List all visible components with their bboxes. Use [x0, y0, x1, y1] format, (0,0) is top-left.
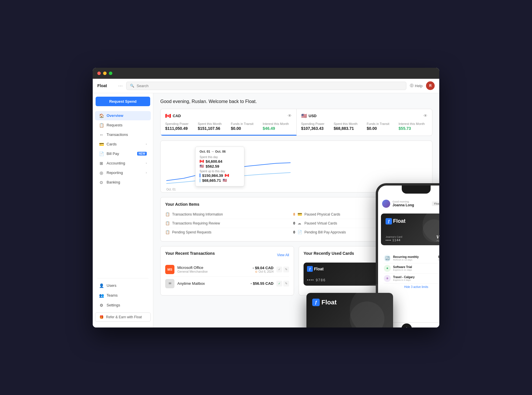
welcome-message: Good evening, Ruslan. Welcome back to Fl… — [160, 99, 432, 104]
tx-edit-icon-2[interactable]: ✎ — [283, 281, 289, 287]
tooltip-cad-day: 🇨🇦 $4,600.64 — [200, 159, 240, 164]
software-icon: ✦ — [384, 265, 391, 272]
phone-nav-add[interactable]: + — [401, 323, 412, 327]
usd-header: 🇺🇸 USD 👁 — [301, 113, 428, 119]
close-button[interactable] — [97, 72, 101, 75]
cad-stats: Spending Power $111,050.49 Spent this Mo… — [165, 122, 292, 131]
paused-physical-icon: 💳 — [297, 212, 302, 217]
usd-currency-card: 🇺🇸 USD 👁 Spending Power $107,363.43 Spen… — [297, 109, 432, 136]
phone-card-bottom: Joanna's Card •••• 1144 VISA Purchasing — [386, 235, 439, 242]
sidebar-item-accounting[interactable]: ⊞ Accounting › — [95, 159, 151, 168]
tx-microsoft-info: Microsoft Office General Merchandise — [177, 265, 250, 273]
tx-check-icon[interactable]: ✓ — [276, 267, 282, 272]
transactions-header: Your Recent Transactions View All — [165, 251, 289, 259]
action-missing-info: 📋 Transactions Missing Information 8 — [165, 210, 295, 219]
phone-username: Joanna Long — [393, 203, 414, 207]
sidebar-item-bill-pay[interactable]: 📄 Bill Pay NEW — [95, 149, 151, 158]
microsoft-office-icon: MS — [165, 265, 174, 274]
limit-amount-1: $10,400 CAD — [438, 255, 439, 261]
used-cards-title: Your Recently Used Cards — [304, 251, 354, 256]
float-card-overlay: ƒ Float •••• 9786 VISA Purchasing — [306, 293, 393, 327]
cad-spending-power: Spending Power $111,050.49 — [165, 122, 189, 131]
sidebar-item-reporting[interactable]: ◎ Reporting › — [95, 168, 151, 177]
cad-label: 🇨🇦 CAD — [165, 113, 181, 119]
sidebar-label-bill-pay: Bill Pay — [107, 151, 119, 156]
sidebar-item-settings[interactable]: ⚙ Settings — [95, 301, 151, 310]
request-spend-button[interactable]: Request Spend — [96, 97, 150, 106]
sidebar-label-users: Users — [107, 283, 116, 288]
requiring-review-icon: 📋 — [165, 221, 170, 226]
app-title: Float — [97, 83, 115, 88]
menu-icon[interactable]: ⋯ — [118, 83, 123, 89]
table-row: MS Microsoft Office General Merchandise … — [165, 263, 289, 277]
tx-amount: - $9.04 CAD — [253, 266, 274, 270]
view-all-link[interactable]: View All — [277, 253, 289, 257]
refer-earn-button[interactable]: 🎁 Refer & Earn with Float — [95, 312, 151, 322]
user-avatar[interactable]: R — [426, 81, 435, 90]
tooltip-ca-flag-2: 🇨🇦 — [225, 173, 229, 177]
banking-icon: ⊙ — [99, 180, 104, 185]
sidebar-label-reporting: Reporting — [107, 171, 123, 175]
accounting-chevron-icon: › — [146, 162, 147, 165]
help-button[interactable]: ⓪ Help — [410, 83, 423, 88]
phone-header-right: Float 📅 5 — [432, 201, 439, 206]
search-bar[interactable]: 🔍 — [126, 82, 406, 90]
sidebar-item-users[interactable]: 👤 Users — [95, 281, 151, 290]
sidebar-item-teams[interactable]: 👥 Teams — [95, 291, 151, 300]
cad-toggle-visibility[interactable]: 👁 — [288, 113, 292, 118]
sidebar-item-requests[interactable]: 📋 Requests — [95, 121, 151, 130]
sidebar-nav: 🏠 Overview 📋 Requests ↔ Transactions 💳 C… — [93, 111, 153, 276]
phone-card-details: Joanna's Card •••• 1144 — [386, 235, 402, 242]
overlay-float-logo: ƒ — [312, 299, 320, 306]
usd-funds-in-transit: Funds in Transit $0.00 — [367, 122, 389, 131]
anytime-mailbox-icon: ✉ — [165, 279, 174, 288]
sidebar-item-banking[interactable]: ⊙ Banking — [95, 178, 151, 187]
sidebar-item-cards[interactable]: 💳 Cards › — [95, 140, 151, 149]
users-icon: 👤 — [99, 283, 104, 288]
transactions-icon: ↔ — [99, 132, 104, 137]
tx-right-1: - $9.04 CAD ⊙ Oct 6, 2024 — [253, 266, 274, 273]
list-item: 🔄 Recurring monthly Refresh in 18 days $… — [384, 253, 439, 263]
tx-actions-2: ✓ ✎ — [276, 281, 289, 287]
usd-label: 🇺🇸 USD — [301, 113, 317, 119]
phone-float-button[interactable]: Float — [432, 201, 439, 206]
minimize-button[interactable] — [103, 72, 107, 75]
canada-flag: 🇨🇦 — [165, 113, 171, 119]
topbar-right: ⓪ Help R — [410, 81, 435, 90]
cad-line-indicator — [200, 173, 200, 177]
sidebar-label-teams: Teams — [107, 293, 118, 297]
sidebar-label-banking: Banking — [107, 180, 120, 184]
search-input[interactable] — [137, 84, 403, 88]
search-icon: 🔍 — [130, 84, 134, 88]
phone-float-logo: ƒ — [386, 218, 392, 224]
teams-icon: 👥 — [99, 293, 104, 298]
tx-right-2: - $56.55 CAD — [251, 281, 274, 286]
chart-tooltip: Oct. 01 → Oct. 06 Spent this day 🇨🇦 $4,6… — [195, 147, 244, 186]
tx-check-icon-2[interactable]: ✓ — [276, 281, 282, 287]
usd-toggle-visibility[interactable]: 👁 — [423, 113, 427, 118]
recurring-icon: 🔄 — [384, 255, 391, 262]
usd-spending-power: Spending Power $107,363.43 — [301, 122, 325, 131]
hide-limits-button[interactable]: Hide 3 active limits — [384, 284, 439, 290]
cad-funds-in-transit: Funds in Transit $0.00 — [231, 122, 253, 131]
usd-interest: Interest this Month $55.73 — [399, 122, 425, 131]
paused-virtual-icon: ☁ — [297, 221, 302, 226]
sidebar-label-cards: Cards — [107, 142, 117, 146]
tx-name-2: Anytime Mailbox — [177, 281, 248, 286]
cad-currency-card: 🇨🇦 CAD 👁 Spending Power $111,050.49 Spen… — [161, 109, 297, 136]
maximize-button[interactable] — [109, 72, 112, 75]
phone-card-name: Joanna's Card — [386, 235, 402, 238]
action-items-left: 📋 Transactions Missing Information 8 📋 T… — [165, 210, 295, 237]
tx-name: Microsoft Office — [177, 265, 250, 270]
cad-spent-this-month: Spent this Month $151,107.56 — [198, 122, 222, 131]
limit-name-1: Recurring monthly — [393, 255, 436, 259]
phone-time: 9:41 — [383, 188, 388, 191]
sidebar-item-transactions[interactable]: ↔ Transactions — [95, 130, 151, 139]
phone-notch — [402, 186, 431, 194]
currency-cards: 🇨🇦 CAD 👁 Spending Power $111,050.49 Spen… — [160, 109, 432, 136]
sidebar-item-overview[interactable]: 🏠 Overview — [95, 111, 151, 120]
tx-edit-icon[interactable]: ✎ — [283, 267, 289, 272]
phone-nav-transfer[interactable]: ⇄ — [421, 323, 431, 327]
sidebar-label-settings: Settings — [107, 303, 120, 307]
cad-interest: Interest this Month $46.49 — [263, 122, 289, 131]
